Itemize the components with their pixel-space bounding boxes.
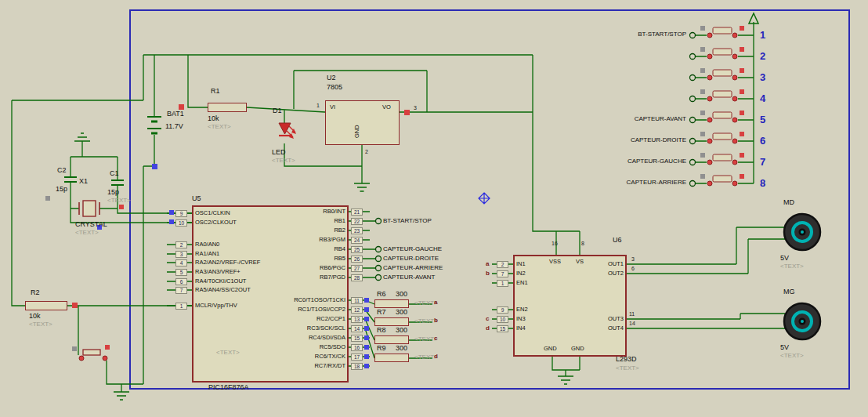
r1-body[interactable]	[208, 103, 247, 112]
schematic-canvas: BAT1 11.7V R1 10k <TEXT> D1 LED <TEXT> U…	[0, 0, 868, 417]
u5-pin-name: RC2/CCP1	[231, 316, 345, 322]
u5-pin-name: RC5/SDO	[231, 344, 345, 350]
bus-number: 5	[760, 114, 765, 125]
u2-pin-number: 3	[414, 105, 417, 111]
ground-symbol	[74, 133, 90, 141]
switch-symbol[interactable]	[690, 174, 745, 187]
r6-value-label: 300	[396, 291, 407, 299]
u6-pin-number: 9	[497, 306, 508, 314]
ground-symbol	[354, 183, 370, 191]
u6-pin-name: OUT4	[595, 325, 624, 332]
u5-pin-name: RA5/AN4/SS/C2OUT	[195, 287, 251, 293]
u6-pin-name: OUT1	[595, 261, 624, 267]
c1-value-label: 15p	[107, 189, 119, 197]
net-label-c[interactable]: c	[486, 316, 489, 322]
switch-symbol[interactable]	[690, 47, 745, 60]
r9-body[interactable]	[374, 354, 409, 362]
r8-value-label: 300	[396, 327, 407, 335]
u5-pin-number: 3	[175, 251, 187, 258]
u5-pin-name: RC1/T1OSI/CCP2	[231, 306, 345, 313]
r2-body[interactable]	[25, 301, 67, 310]
u5-ref-label: U5	[192, 195, 201, 203]
c1-ref-label: C1	[110, 170, 119, 178]
u5-pin-number: 26	[351, 256, 363, 263]
u5-pin-number: 13	[351, 316, 363, 323]
ground-symbol	[558, 376, 573, 384]
switch-symbol[interactable]	[690, 132, 745, 144]
r1-value-label: 10k	[208, 115, 219, 123]
u5-pin-number: 21	[351, 208, 363, 216]
net-label-d[interactable]: d	[486, 325, 490, 332]
u5-pin-number: 15	[351, 335, 363, 342]
u5-pin-name: RC0/T1OSO/T1CKI	[231, 297, 345, 303]
switch-symbol[interactable]	[690, 26, 745, 38]
r8-body[interactable]	[374, 335, 409, 344]
led-symbol[interactable]	[279, 123, 296, 139]
u5-pin-name: RB6/PGC	[231, 265, 345, 271]
net-label-capteur-gauche[interactable]: CAPTEUR-GAUCHE	[383, 246, 442, 252]
switch-symbol[interactable]	[690, 68, 745, 81]
u5-pin-number: 22	[351, 218, 363, 225]
u5-pin-number: 5	[175, 269, 187, 276]
net-label-bt-start-stop[interactable]: BT-START/STOP	[383, 218, 432, 224]
switch-label: CAPTEUR-GAUCHE	[600, 158, 686, 165]
net-label-capteur-avant[interactable]: CAPTEUR-AVANT	[383, 274, 435, 281]
x1-ref-label: X1	[79, 178, 88, 186]
u6-pin-name: OUT2	[595, 270, 624, 277]
u5-pin-name: RB4	[231, 246, 345, 252]
u6-pin-number: 6	[631, 266, 635, 271]
u5-pin-name: RB3/PGM	[231, 237, 345, 243]
u5-pin-number: 28	[351, 274, 363, 281]
capacitor-c1-symbol[interactable]	[111, 180, 124, 185]
net-label-capteur-arriere[interactable]: CAPTEUR-ARRIERE	[383, 265, 443, 271]
u6-pin-name: VSS	[549, 259, 561, 265]
u6-pin-number: 11	[629, 311, 635, 317]
u5-pin-number: 7	[175, 287, 187, 294]
u5-pin-name: OSC2/CLKOUT	[195, 219, 237, 226]
u5-pin-name: RB2	[231, 227, 345, 234]
r7-ref-label: R7	[377, 309, 386, 317]
u2-pin-number: 2	[365, 149, 368, 154]
capacitor-c2-symbol[interactable]	[64, 177, 77, 182]
switch-symbol[interactable]	[690, 89, 745, 102]
bus-number: 6	[760, 136, 765, 146]
net-label-d[interactable]: d	[434, 354, 438, 360]
u5-pin-number: 2	[175, 241, 187, 248]
origin-marker-icon	[479, 193, 490, 204]
r7-body[interactable]	[374, 317, 409, 326]
r6-body[interactable]	[374, 299, 409, 308]
terminal-circles[interactable]	[376, 219, 382, 281]
switch-label: CAPTEUR-DROITE	[600, 137, 686, 143]
push-button-symbol[interactable]	[72, 345, 110, 361]
u5-pin-number: 9	[175, 210, 187, 217]
switch-symbol[interactable]	[690, 111, 745, 123]
bus-number: 7	[760, 157, 765, 167]
crystal-symbol[interactable]	[79, 201, 99, 216]
battery-symbol[interactable]	[147, 117, 161, 133]
net-label-b[interactable]: b	[486, 270, 490, 277]
u2-pin-number: 1	[316, 103, 320, 108]
u5-pin-number: 6	[175, 278, 187, 285]
motor-mg-symbol[interactable]	[784, 303, 820, 339]
net-label-a[interactable]: a	[434, 299, 437, 306]
u6-pin-name: EN2	[516, 306, 528, 313]
u5-value-label: PIC16F876A	[208, 384, 249, 392]
u5-pin-number: 10	[175, 219, 187, 227]
net-label-capteur-droite[interactable]: CAPTEUR-DROITE	[383, 256, 439, 262]
u6-pin-name: VS	[576, 259, 584, 265]
r8-ref-label: R8	[377, 327, 386, 335]
net-label-a[interactable]: a	[486, 261, 489, 267]
motor-md-symbol[interactable]	[784, 214, 820, 250]
u5-pin-number: 25	[351, 246, 363, 253]
net-label-c[interactable]: c	[434, 335, 437, 342]
bus-number: 2	[760, 51, 765, 61]
u5-pin-name: RB7/PGD	[231, 274, 345, 281]
u6-pin-name: IN1	[516, 261, 526, 267]
net-label-b[interactable]: b	[434, 317, 438, 324]
u6-pin-number: 1	[497, 280, 508, 287]
u6-pin-name: IN2	[516, 270, 526, 277]
u2-pin-vi-label: VI	[330, 104, 335, 111]
switch-symbol[interactable]	[690, 153, 745, 165]
u5-pin-number: 11	[351, 297, 363, 304]
r6-ref-label: R6	[377, 291, 386, 299]
